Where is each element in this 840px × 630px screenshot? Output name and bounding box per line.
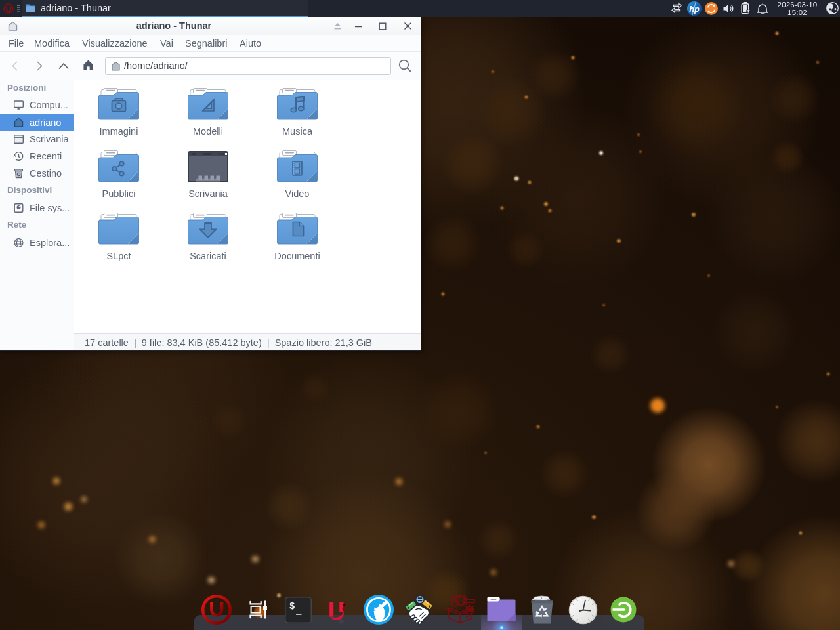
svg-text:_: _ (295, 606, 302, 616)
svg-text:$: $ (289, 601, 295, 612)
